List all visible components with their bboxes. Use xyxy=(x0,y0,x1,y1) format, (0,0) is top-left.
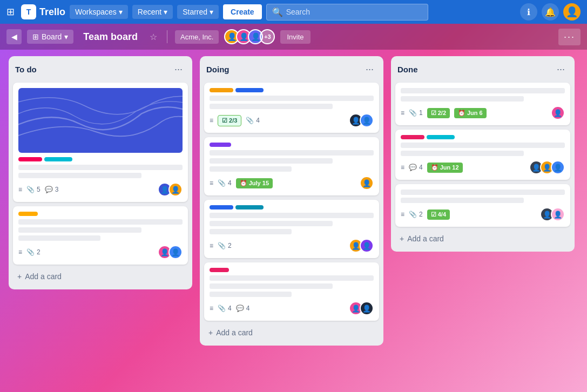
card-3[interactable]: ≡ ☑ 2/3 📎 4 👤 👤 xyxy=(204,83,379,133)
navbar: ⊞ T Trello Workspaces ▾ Recent ▾ Starred… xyxy=(0,0,587,24)
card-text-lines xyxy=(18,165,183,178)
card-footer: ≡ 📎 1 ☑ 2/2 ⏰ Jun 6 👤 xyxy=(401,106,565,120)
label-yellow xyxy=(18,212,38,216)
label-pink xyxy=(18,157,42,161)
info-icon[interactable]: ℹ xyxy=(520,3,537,21)
invite-button[interactable]: Invite xyxy=(280,30,310,44)
card-meta-comment: 💬 4 xyxy=(236,305,250,312)
card-avatars: 👤 👤 xyxy=(349,113,374,127)
card-meta-attach: 📎 4 xyxy=(246,117,260,124)
label-purple xyxy=(210,143,231,147)
card-line xyxy=(401,190,565,195)
card-meta-attach: 📎 2 xyxy=(218,242,232,249)
card-meta-attach: 📎 2 xyxy=(409,211,423,218)
card-6[interactable]: ≡ 📎 4 💬 4 👤 👤 xyxy=(204,262,379,321)
card-avatar: 👤 xyxy=(360,176,374,190)
column-menu-doing[interactable]: ··· xyxy=(362,63,377,76)
card-meta-menu: ≡ xyxy=(210,242,213,249)
card-footer: ≡ 📎 2 👤 👤 xyxy=(18,245,183,259)
search-input[interactable] xyxy=(286,8,422,16)
card-line xyxy=(401,96,524,102)
card-labels xyxy=(401,135,565,139)
card-4[interactable]: ≡ 📎 4 ⏰ July 15 👤 xyxy=(204,137,379,195)
trello-logo[interactable]: T Trello xyxy=(21,4,65,19)
card-1[interactable]: ≡ 📎 5 💬 3 👤 👤 xyxy=(13,83,188,202)
date-badge: ⏰ July 15 xyxy=(236,178,273,188)
starred-menu[interactable]: Starred ▾ xyxy=(177,5,219,19)
column-header-doing: Doing ··· xyxy=(204,62,379,78)
card-meta-attach: 📎 1 xyxy=(409,109,423,117)
column-done: Done ··· ≡ 📎 1 ☑ 2/2 ⏰ Jun 6 👤 xyxy=(391,56,575,252)
board-header-right: ··· xyxy=(558,29,581,45)
card-avatar: 👤 xyxy=(551,160,565,174)
workspaces-menu[interactable]: Workspaces ▾ xyxy=(70,5,128,19)
card-labels xyxy=(210,268,374,272)
board-view-btn[interactable]: ⊞ Board ▾ xyxy=(27,30,73,44)
card-avatar: 👤 xyxy=(360,239,374,253)
user-avatar[interactable]: 👤 xyxy=(563,3,581,21)
card-avatars: 👤 👤 xyxy=(158,183,183,197)
card-meta-attach: 📎 4 xyxy=(218,305,232,312)
card-5[interactable]: ≡ 📎 2 👤 👤 xyxy=(204,200,379,258)
card-meta-comment: 💬 3 xyxy=(45,186,59,193)
card-avatars: 👤 👤 xyxy=(349,239,374,253)
add-card-btn-doing[interactable]: + Add a card xyxy=(204,325,379,340)
card-avatar: 👤 xyxy=(551,207,565,221)
label-pink xyxy=(401,135,424,139)
create-button[interactable]: Create xyxy=(223,4,262,19)
card-cover xyxy=(18,88,183,153)
card-meta-comment: 💬 4 xyxy=(409,164,423,171)
card-9[interactable]: ≡ 📎 2 ☑ 4/4 👤 👤 xyxy=(395,184,570,227)
member-avatars: 👤 👤 👤 +3 xyxy=(224,29,275,44)
column-menu-todo[interactable]: ··· xyxy=(171,63,186,76)
card-footer: ≡ 📎 5 💬 3 👤 👤 xyxy=(18,183,183,197)
checklist-badge: ☑ 2/2 xyxy=(427,108,450,118)
card-line xyxy=(210,158,333,164)
card-footer: ≡ 📎 4 💬 4 👤 👤 xyxy=(210,301,374,315)
card-line xyxy=(210,104,333,109)
add-card-btn-done[interactable]: + Add a card xyxy=(395,231,570,246)
label-cyan xyxy=(427,135,455,139)
card-line xyxy=(210,96,374,101)
add-card-btn-todo[interactable]: + Add a card xyxy=(13,269,188,284)
card-line xyxy=(18,227,141,233)
card-labels xyxy=(210,88,374,92)
label-magenta xyxy=(210,268,229,272)
card-8[interactable]: ≡ 💬 4 ⏰ Jun 12 👤 👤 👤 xyxy=(395,130,570,180)
card-footer: ≡ 📎 2 ☑ 4/4 👤 👤 xyxy=(401,207,565,221)
workspace-label[interactable]: Acme, Inc. xyxy=(175,30,219,44)
card-line xyxy=(18,165,183,170)
label-cyan xyxy=(44,157,72,161)
card-line xyxy=(401,88,565,93)
column-menu-done[interactable]: ··· xyxy=(554,63,568,76)
card-meta-menu: ≡ xyxy=(210,305,213,312)
card-meta-attach: 📎 4 xyxy=(218,179,232,187)
board-view-icon: ⊞ xyxy=(32,32,39,41)
search-icon: 🔍 xyxy=(272,7,283,17)
card-avatar: 👤 xyxy=(551,106,565,120)
card-line xyxy=(401,198,524,203)
card-line xyxy=(210,221,333,226)
card-text-lines xyxy=(210,96,374,109)
recent-menu[interactable]: Recent ▾ xyxy=(132,5,173,19)
label-teal xyxy=(235,205,264,209)
grid-icon[interactable]: ⊞ xyxy=(6,6,15,18)
checklist-badge: ☑ 2/3 xyxy=(218,115,241,126)
card-2[interactable]: ≡ 📎 2 👤 👤 xyxy=(13,206,188,265)
card-text-lines xyxy=(401,190,565,203)
card-meta-menu: ≡ xyxy=(401,164,404,171)
star-button[interactable]: ☆ xyxy=(147,30,159,44)
card-footer: ≡ ☑ 2/3 📎 4 👤 👤 xyxy=(210,113,374,127)
card-avatar: 👤 xyxy=(360,301,374,315)
date-badge: ⏰ Jun 12 xyxy=(427,163,463,173)
card-line xyxy=(18,219,183,225)
more-options-button[interactable]: ··· xyxy=(558,29,581,45)
notifications-icon[interactable]: 🔔 xyxy=(542,3,559,21)
member-more[interactable]: +3 xyxy=(260,29,275,44)
sidebar-toggle[interactable]: ◀ xyxy=(6,29,22,44)
card-meta-attach: 📎 2 xyxy=(26,248,41,256)
card-7[interactable]: ≡ 📎 1 ☑ 2/2 ⏰ Jun 6 👤 xyxy=(395,83,570,125)
board-header: ◀ ⊞ Board ▾ Team board ☆ Acme, Inc. 👤 👤 … xyxy=(0,24,587,50)
card-meta-menu: ≡ xyxy=(401,211,404,218)
search-bar[interactable]: 🔍 xyxy=(266,4,428,21)
